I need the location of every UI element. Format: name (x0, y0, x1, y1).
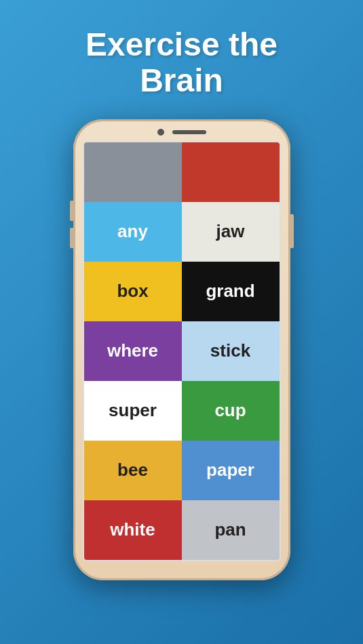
power-button (290, 214, 294, 248)
cell-super[interactable]: super (84, 381, 182, 441)
phone-mockup: anyjawboxgrandwheresticksupercupbeepaper… (73, 119, 290, 580)
cell-grand[interactable]: grand (182, 262, 280, 321)
volume-down-button (70, 228, 73, 248)
phone-body: anyjawboxgrandwheresticksupercupbeepaper… (73, 119, 290, 580)
cell-stick[interactable]: stick (182, 321, 280, 381)
volume-up-button (70, 201, 73, 221)
cell-where[interactable]: where (84, 321, 182, 381)
phone-top-bar (73, 119, 290, 136)
cell-jaw[interactable]: jaw (182, 202, 280, 262)
camera-icon (157, 129, 164, 136)
word-grid: anyjawboxgrandwheresticksupercupbeepaper… (84, 142, 280, 560)
cell-paper[interactable]: paper (182, 441, 280, 500)
cell-pan[interactable]: pan (182, 500, 280, 560)
cell-header-1[interactable] (182, 142, 280, 202)
app-title: Exercise the Brain (85, 27, 278, 99)
cell-cup[interactable]: cup (182, 381, 280, 441)
cell-box[interactable]: box (84, 262, 182, 321)
cell-white[interactable]: white (84, 500, 182, 560)
cell-header-0[interactable] (84, 142, 182, 202)
phone-screen: anyjawboxgrandwheresticksupercupbeepaper… (83, 141, 281, 561)
cell-bee[interactable]: bee (84, 441, 182, 500)
speaker-icon (172, 130, 206, 134)
cell-any[interactable]: any (84, 202, 182, 262)
